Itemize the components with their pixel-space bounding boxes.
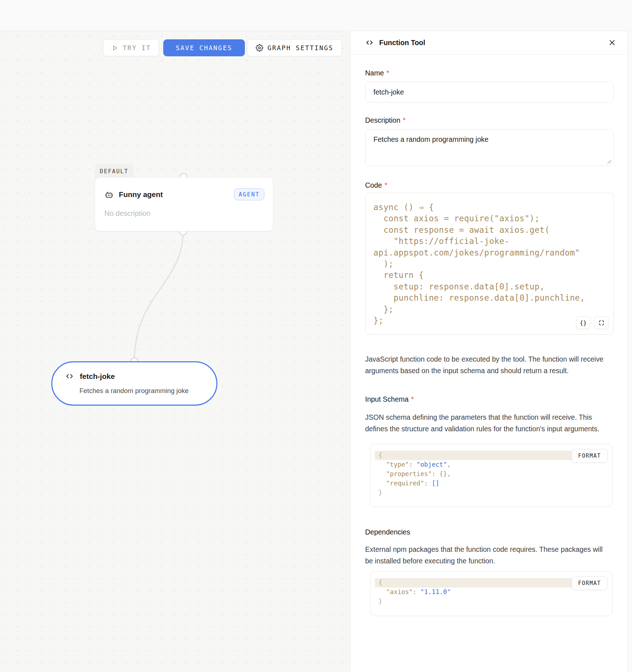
input-schema-label: Input Schema* bbox=[365, 395, 614, 403]
code-line: "axios": "1.11.0" bbox=[378, 588, 604, 597]
panel-title: Function Tool bbox=[379, 39, 425, 47]
code-line: }; bbox=[373, 315, 606, 326]
code-line: { bbox=[375, 451, 573, 460]
code-line: async () ⇒ { bbox=[373, 202, 606, 213]
name-input[interactable] bbox=[365, 82, 614, 102]
dependencies-help-text: External npm packages that the function … bbox=[365, 544, 603, 567]
close-icon[interactable] bbox=[608, 39, 616, 47]
required-asterisk: * bbox=[386, 69, 389, 77]
gear-icon bbox=[256, 44, 263, 52]
code-line: } bbox=[378, 597, 604, 606]
code-line: } bbox=[378, 488, 604, 498]
input-schema-help-text: JSON schema defining the parameters that… bbox=[365, 411, 603, 435]
graph-settings-label: GRAPH SETTINGS bbox=[268, 44, 334, 52]
code-line: setup: response.data[0].setup, bbox=[373, 281, 606, 292]
format-button[interactable]: FORMAT bbox=[572, 576, 607, 590]
code-line: return { bbox=[373, 270, 606, 281]
dependencies-editor[interactable]: { "axios": "1.11.0"} FORMAT bbox=[370, 571, 612, 616]
edge-agent-to-tool bbox=[134, 231, 183, 362]
code-icon bbox=[365, 38, 374, 47]
code-line: "https://official-joke- bbox=[373, 236, 606, 247]
top-strip bbox=[0, 0, 632, 31]
code-line: "required": [] bbox=[378, 479, 604, 488]
agent-node[interactable]: Funny agent AGENT No description bbox=[95, 177, 273, 231]
code-line: punchline: response.data[0].punchline, bbox=[373, 292, 606, 304]
edge-layer bbox=[0, 31, 350, 672]
name-label: Name* bbox=[365, 69, 614, 77]
code-line: "type": "object", bbox=[378, 460, 604, 470]
code-icon bbox=[65, 372, 74, 381]
code-editor[interactable]: async () ⇒ { const axios = require("axio… bbox=[365, 193, 614, 335]
tool-node-description: Fetches a random programming joke bbox=[79, 387, 189, 395]
group-tab-default[interactable]: DEFAULT bbox=[95, 164, 134, 179]
required-asterisk: * bbox=[385, 181, 388, 189]
try-it-label: TRY IT bbox=[123, 44, 151, 52]
expand-icon[interactable] bbox=[594, 316, 609, 329]
agent-node-description: No description bbox=[104, 209, 151, 218]
input-schema-editor[interactable]: { "type": "object", "properties": {}, "r… bbox=[370, 444, 612, 507]
dependencies-label: Dependencies bbox=[365, 528, 614, 536]
agent-node-title: Funny agent bbox=[119, 190, 163, 199]
code-line: ); bbox=[373, 258, 606, 270]
graph-settings-button[interactable]: GRAPH SETTINGS bbox=[247, 39, 342, 56]
try-it-button[interactable]: TRY IT bbox=[103, 39, 159, 56]
required-asterisk: * bbox=[403, 116, 406, 125]
code-help-text: JavaScript function code to be executed … bbox=[365, 353, 612, 376]
play-icon bbox=[111, 44, 118, 52]
description-label: Description* bbox=[365, 116, 614, 125]
function-tool-panel: Function Tool Name* Description* Fetches… bbox=[350, 31, 632, 672]
robot-icon bbox=[104, 190, 114, 199]
code-editor-lines: async () ⇒ { const axios = require("axio… bbox=[373, 202, 606, 326]
save-changes-label: SAVE CHANGES bbox=[176, 44, 232, 52]
code-line: "properties": {}, bbox=[378, 470, 604, 479]
description-textarea[interactable]: Fetches a random programming joke bbox=[365, 129, 614, 166]
code-line: { bbox=[375, 578, 573, 588]
panel-header: Function Tool bbox=[350, 31, 632, 54]
save-changes-button[interactable]: SAVE CHANGES bbox=[163, 39, 245, 56]
tool-node[interactable]: fetch-joke Fetches a random programming … bbox=[51, 361, 217, 406]
code-line: api.appspot.com/jokes/programming/random… bbox=[373, 247, 606, 258]
code-line: }; bbox=[373, 304, 606, 315]
required-asterisk: * bbox=[411, 395, 414, 403]
tool-node-title: fetch-joke bbox=[80, 372, 115, 381]
graph-canvas[interactable]: TRY IT SAVE CHANGES GRAPH SETTINGS DEFAU… bbox=[0, 31, 350, 672]
code-line: const response = await axios.get( bbox=[373, 224, 606, 236]
app-window: TRY IT SAVE CHANGES GRAPH SETTINGS DEFAU… bbox=[0, 0, 632, 672]
braces-button[interactable]: {} bbox=[576, 316, 590, 329]
group-tab-label: DEFAULT bbox=[100, 168, 128, 175]
dependencies-lines: { "axios": "1.11.0"} bbox=[378, 578, 604, 606]
resize-handle-icon[interactable] bbox=[607, 159, 611, 164]
agent-badge: AGENT bbox=[234, 188, 264, 200]
code-line: const axios = require("axios"); bbox=[373, 213, 606, 224]
panel-scrollbar[interactable] bbox=[627, 31, 632, 672]
input-schema-lines: { "type": "object", "properties": {}, "r… bbox=[378, 451, 604, 497]
format-button[interactable]: FORMAT bbox=[572, 449, 607, 463]
code-label: Code* bbox=[365, 181, 614, 189]
